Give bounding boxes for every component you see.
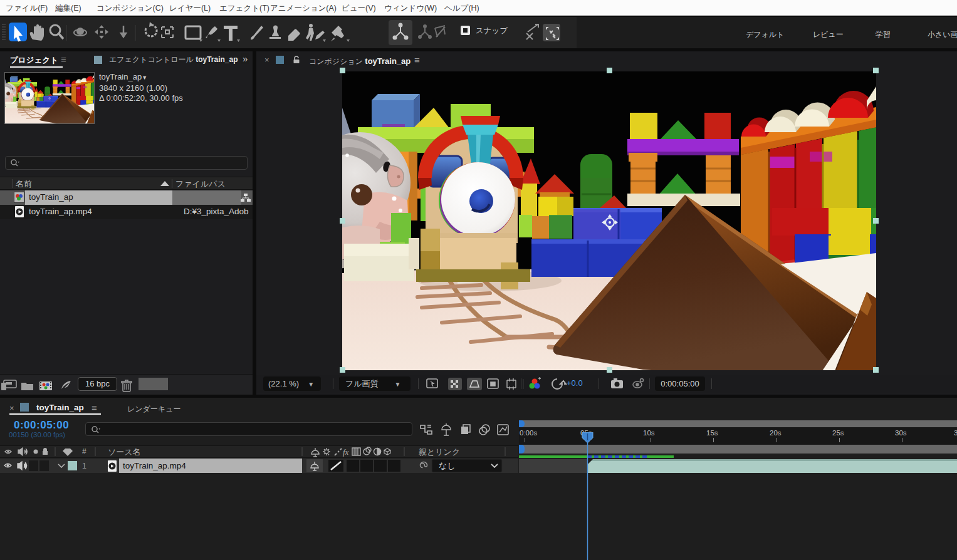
svg-text:toyTrain_ap.mp4: toyTrain_ap.mp4 (123, 461, 186, 470)
svg-text:#: # (82, 447, 86, 456)
svg-text:1: 1 (82, 462, 86, 470)
svg-text:ソース名: ソース名 (108, 447, 141, 457)
svg-text:親とリンク: 親とリンク (419, 447, 460, 457)
svg-text:なし: なし (439, 461, 456, 470)
svg-text:fx: fx (343, 447, 349, 457)
